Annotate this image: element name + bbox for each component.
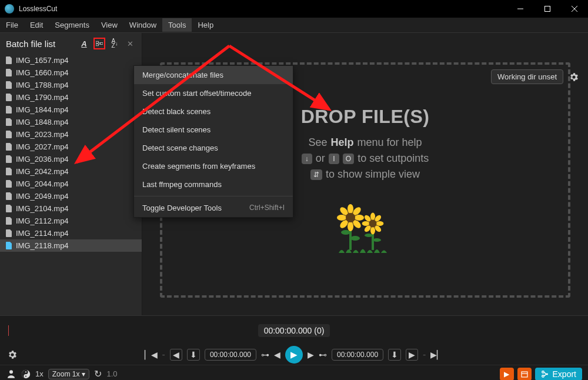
menu-item[interactable]: Merge/concatenate files (134, 66, 293, 84)
file-name: IMG_2104.mp4 (16, 204, 69, 213)
playback-controls: ▏◀ - ◀ ⬇ 00:00:00.000 ⊶ ◀ ▶ ▶ ⊷ 00:00:00… (0, 345, 588, 365)
file-name: IMG_2044.mp4 (16, 179, 69, 188)
svg-point-21 (346, 213, 355, 222)
app-title: LosslessCut (19, 5, 507, 13)
menu-item[interactable]: Detect silent scenes (134, 121, 293, 139)
file-name: IMG_2036.mp4 (16, 155, 69, 164)
file-icon (6, 56, 12, 64)
window-maximize-button[interactable] (534, 0, 561, 18)
file-list: IMG_1657.mp4IMG_1660.mp4IMG_1788.mp4IMG_… (0, 54, 142, 315)
file-row[interactable]: IMG_2049.mp4 (0, 190, 142, 202)
menu-help[interactable]: Help (192, 18, 219, 32)
timeline-cursor[interactable] (8, 325, 9, 336)
file-icon (6, 94, 12, 101)
zoom-select[interactable]: Zoom 1x▾ (48, 369, 90, 379)
menu-tools[interactable]: Tools (162, 18, 192, 32)
svg-point-11 (350, 236, 360, 241)
menu-shortcut: Ctrl+Shift+I (249, 204, 285, 212)
sidebar: Batch file list A AZ↓ ✕ IMG_1657.mp4IMG_… (0, 33, 142, 315)
close-list-icon[interactable]: ✕ (124, 38, 136, 49)
menu-item[interactable]: Create segments from keyframes (134, 157, 293, 175)
file-row[interactable]: IMG_2112.mp4 (0, 215, 142, 227)
file-icon (6, 205, 12, 212)
menu-window[interactable]: Window (123, 18, 162, 32)
menu-edit[interactable]: Edit (24, 18, 49, 32)
key-o: O (343, 154, 354, 164)
refresh-icon[interactable]: ↻ (94, 368, 102, 379)
next-keyframe-icon[interactable]: ▶ (406, 349, 418, 361)
menu-item[interactable]: Detect black scenes (134, 102, 293, 121)
step-back-icon[interactable]: ◀ (274, 350, 280, 359)
drop-help-line: See Help menu for help (308, 136, 422, 149)
segments-list-button[interactable] (517, 368, 532, 381)
menu-separator (134, 196, 293, 196)
svg-point-37 (9, 370, 13, 374)
merge-icon[interactable] (93, 38, 105, 49)
key-end-icon[interactable]: ⊷ (319, 350, 327, 359)
working-dir-button[interactable]: Working dir unset (491, 69, 563, 84)
file-row[interactable]: IMG_2118.mp4 (0, 239, 142, 252)
person-cut-icon[interactable] (6, 369, 16, 379)
menu-view[interactable]: View (95, 18, 123, 32)
file-row[interactable]: IMG_1657.mp4 (0, 54, 142, 66)
capture-frame-button[interactable]: ▶ (500, 368, 514, 381)
file-row[interactable]: IMG_1788.mp4 (0, 79, 142, 91)
file-row[interactable]: IMG_2042.mp4 (0, 165, 142, 178)
file-icon (6, 143, 12, 151)
file-row[interactable]: IMG_2114.mp4 (0, 227, 142, 239)
menu-item[interactable]: Last ffmpeg commands (134, 175, 293, 194)
file-row[interactable]: IMG_2104.mp4 (0, 202, 142, 215)
svg-point-26 (370, 213, 375, 221)
timeline[interactable]: 00:00:00.000 (0) (0, 315, 588, 345)
menu-item[interactable]: Detect scene changes (134, 139, 293, 157)
file-row[interactable]: IMG_2027.mp4 (0, 141, 142, 153)
jump-end-icon[interactable]: ▶▏ (430, 350, 443, 359)
file-row[interactable]: IMG_2023.mp4 (0, 128, 142, 141)
prev-keyframe-icon[interactable]: ◀ (170, 349, 182, 361)
timeline-settings-icon[interactable] (7, 349, 18, 360)
settings-gear-icon[interactable] (567, 70, 581, 84)
file-icon (6, 69, 12, 76)
file-name: IMG_2027.mp4 (16, 142, 69, 151)
yinyang-icon[interactable] (21, 369, 31, 379)
export-button[interactable]: Export (535, 368, 582, 381)
svg-point-13 (348, 204, 353, 214)
playback-speed[interactable]: 1x (35, 369, 44, 378)
menu-item[interactable]: Toggle Developer ToolsCtrl+Shift+I (134, 199, 293, 217)
end-timecode-input[interactable]: 00:00:00.000 (332, 349, 383, 361)
file-icon (6, 131, 12, 138)
file-name: IMG_2042.mp4 (16, 167, 69, 176)
svg-point-28 (376, 221, 384, 226)
menu-file[interactable]: File (0, 18, 24, 32)
aspect-ratio: 1.0 (106, 369, 117, 378)
file-row[interactable]: IMG_1848.mp4 (0, 116, 142, 128)
play-button[interactable]: ▶ (285, 346, 303, 364)
sidebar-title: Batch file list (6, 39, 74, 49)
file-icon (6, 106, 12, 114)
sunflower-illustration (333, 194, 397, 259)
svg-line-8 (99, 44, 101, 45)
jump-start-icon[interactable]: ▏◀ (145, 350, 158, 359)
start-timecode-input[interactable]: 00:00:00.000 (205, 349, 256, 361)
window-close-button[interactable] (561, 0, 588, 18)
svg-point-40 (25, 375, 26, 376)
set-cut-end-icon[interactable]: ⬇ (388, 349, 401, 361)
menu-item[interactable]: Set custom start offset/timecode (134, 84, 293, 102)
file-icon (6, 242, 12, 249)
menu-segments[interactable]: Segments (49, 18, 95, 32)
file-row[interactable]: IMG_1790.mp4 (0, 91, 142, 104)
sort-az-icon[interactable]: AZ↓ (109, 38, 121, 49)
svg-point-39 (25, 371, 26, 372)
text-style-icon[interactable]: A (78, 38, 90, 49)
file-icon (6, 168, 12, 175)
file-row[interactable]: IMG_2044.mp4 (0, 178, 142, 190)
file-row[interactable]: IMG_2036.mp4 (0, 153, 142, 165)
key-down-icon: ↓ (302, 154, 312, 164)
drop-title: DROP FILE(S) (301, 106, 430, 128)
file-row[interactable]: IMG_1660.mp4 (0, 66, 142, 79)
window-minimize-button[interactable] (507, 0, 534, 18)
set-cut-start-icon[interactable]: ⬇ (187, 349, 200, 361)
key-start-icon[interactable]: ⊶ (261, 350, 269, 359)
step-fwd-icon[interactable]: ▶ (308, 350, 314, 359)
file-row[interactable]: IMG_1844.mp4 (0, 104, 142, 116)
